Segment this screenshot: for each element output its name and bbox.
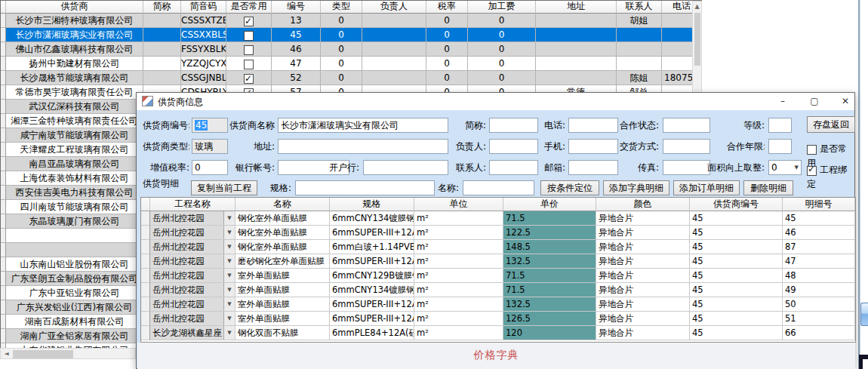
grid-column-header-price[interactable]: 单价 [503, 198, 596, 211]
table-cell-fee[interactable]: 0 [468, 71, 536, 85]
grid-column-header-project[interactable]: 工程名称 [150, 198, 235, 211]
mobile-field[interactable] [568, 139, 618, 154]
table-cell-contact[interactable] [617, 42, 662, 57]
grid-cell-supplier_no[interactable]: 45 [690, 254, 783, 269]
table-cell-rate[interactable]: 0 [426, 71, 468, 85]
grid-row-header[interactable] [141, 326, 150, 340]
grid-cell-spec[interactable]: 6mmCNY129B镀膜钢化 [330, 269, 414, 283]
grade-field[interactable] [768, 118, 792, 133]
dropdown-icon[interactable]: ▼ [223, 240, 235, 254]
locate-by-condition-button[interactable]: 按条件定位 [540, 180, 599, 195]
table-cell-fee[interactable]: 0 [468, 28, 536, 42]
row-header[interactable] [0, 200, 6, 214]
supplier-list-item[interactable]: 南昌亚晶玻璃有限公司 [6, 157, 143, 171]
grid-row-header[interactable] [141, 283, 150, 297]
grid-cell-price[interactable]: 71.5 [503, 269, 596, 283]
row-header[interactable] [0, 28, 6, 42]
table-cell-address[interactable] [536, 14, 617, 28]
vat-field[interactable]: 0 [192, 160, 228, 175]
supplier-list-item[interactable]: 四川南玻节能玻璃有限公司 [6, 200, 143, 214]
row-header[interactable] [0, 257, 6, 272]
row-header[interactable] [0, 100, 6, 114]
row-header[interactable] [0, 214, 6, 229]
row-header[interactable] [0, 57, 6, 71]
coop-status-field[interactable] [663, 118, 710, 133]
bank-field[interactable] [363, 160, 448, 175]
grid-cell-price[interactable]: 132.5 [503, 254, 596, 269]
dropdown-icon[interactable]: ▼ [223, 269, 235, 282]
grid-cell-detail_no[interactable]: 87 [783, 240, 855, 254]
supplier-list-item[interactable]: 广东中亚铝业有限公司 [6, 286, 143, 300]
grid-cell-spec[interactable]: 6mmSUPER-III+12A(硅... [330, 254, 414, 269]
table-cell-short[interactable] [143, 57, 181, 71]
grid-cell-color[interactable]: 异地合片 [596, 297, 690, 312]
grid-cell-name[interactable]: 钢化室外单面贴膜 [235, 211, 330, 226]
grid-cell-unit[interactable]: m² [414, 326, 503, 340]
grid-cell-supplier_no[interactable]: 45 [690, 283, 783, 297]
grid-cell-price[interactable]: 148.5 [503, 240, 596, 254]
column-header-type[interactable]: 类型 [321, 0, 362, 14]
column-header-manager[interactable]: 负责人 [362, 0, 426, 14]
table-cell-common[interactable] [226, 42, 272, 57]
table-cell-rate[interactable]: 0 [426, 28, 468, 42]
manager-field[interactable] [489, 139, 538, 154]
grid-cell-spec[interactable]: 6mmSUPER-III+12A(硅... [330, 312, 414, 326]
supplier-list-item[interactable]: 上海优泰装饰材料有限公司 [6, 171, 143, 186]
table-cell-address[interactable] [536, 42, 617, 57]
row-header[interactable] [0, 71, 6, 85]
project-combobox[interactable]: 岳州北控花园▼ [150, 226, 235, 240]
row-header[interactable] [0, 128, 6, 143]
table-cell-rate[interactable]: 0 [426, 42, 468, 57]
supplier-name-field[interactable]: 长沙市潇湘玻璃实业有限公司 [278, 118, 448, 133]
project-combobox[interactable]: 长沙龙湖祺鑫星座▼ [150, 326, 235, 340]
add-order-detail-button[interactable]: 添加订单明细 [673, 180, 740, 195]
supplier-list-item[interactable]: 广东兴发铝业(江西)有限公司 [6, 300, 143, 315]
grid-cell-name[interactable]: 室外单面贴膜 [235, 297, 330, 312]
row-header[interactable] [0, 14, 6, 28]
dropdown-icon[interactable]: ▼ [223, 211, 235, 225]
add-dictionary-detail-button[interactable]: 添加字典明细 [603, 180, 669, 195]
project-combobox[interactable]: 岳州北控花园▼ [150, 269, 235, 283]
table-cell-supplier[interactable]: 长沙市潇湘玻璃实业有限公司 [6, 28, 143, 42]
grid-cell-unit[interactable]: m² [414, 269, 503, 283]
project-combobox[interactable]: 岳州北控花园▼ [150, 240, 235, 254]
grid-cell-price[interactable]: 120 [503, 326, 596, 340]
grid-cell-unit[interactable]: m² [414, 226, 503, 240]
minimize-button[interactable]: – [772, 93, 793, 110]
table-cell-code[interactable]: YZZQJCYXGS [181, 57, 226, 71]
common-use-checkbox[interactable] [807, 145, 817, 155]
grid-row-header[interactable] [141, 312, 150, 326]
column-header-code[interactable]: 简音码 [181, 0, 226, 14]
row-header[interactable] [0, 114, 6, 128]
table-cell-rate[interactable]: 0 [426, 57, 468, 71]
column-header-short[interactable]: 简称 [143, 0, 181, 14]
list-horizontal-scrollbar[interactable]: ◄ [0, 348, 136, 359]
row-header[interactable] [0, 243, 6, 257]
project-combobox[interactable]: 岳州北控花园▼ [150, 283, 235, 297]
dropdown-icon[interactable]: ▼ [223, 283, 235, 297]
grid-cell-name[interactable]: 室外单面贴膜 [235, 312, 330, 326]
table-cell-contact[interactable] [617, 57, 662, 71]
table-cell-no[interactable]: 46 [272, 42, 321, 57]
grid-cell-supplier_no[interactable]: 45 [690, 312, 783, 326]
table-cell-common[interactable] [226, 28, 272, 42]
grid-cell-color[interactable]: 异地合片 [596, 312, 690, 326]
column-header-supplier[interactable]: 供货商 [6, 0, 143, 14]
grid-cell-unit[interactable]: m² [414, 297, 503, 312]
project-combobox[interactable]: 岳州北控花园▼ [150, 254, 235, 269]
table-cell-address[interactable] [536, 71, 617, 85]
supplier-list-item[interactable]: 东晶玻璃厦门有限公司 [6, 214, 143, 229]
grid-cell-spec[interactable]: 6mmSUPER-III+12A(硅... [330, 297, 414, 312]
email-field[interactable] [568, 160, 618, 175]
grid-cell-unit[interactable]: m² [414, 211, 503, 226]
table-cell-type[interactable]: 0 [321, 28, 362, 42]
grid-cell-supplier_no[interactable]: 45 [690, 326, 783, 340]
grid-cell-color[interactable]: 异地合片 [596, 226, 690, 240]
row-header[interactable] [0, 143, 6, 157]
project-bind-checkbox[interactable] [807, 166, 817, 176]
column-header-address[interactable]: 地址 [536, 0, 617, 14]
table-cell-type[interactable]: 0 [321, 14, 362, 28]
phone-field[interactable] [568, 118, 618, 133]
table-cell-manager[interactable] [362, 28, 426, 42]
table-cell-supplier[interactable]: 长沙市三湘特种玻璃有限公司 [6, 14, 143, 28]
